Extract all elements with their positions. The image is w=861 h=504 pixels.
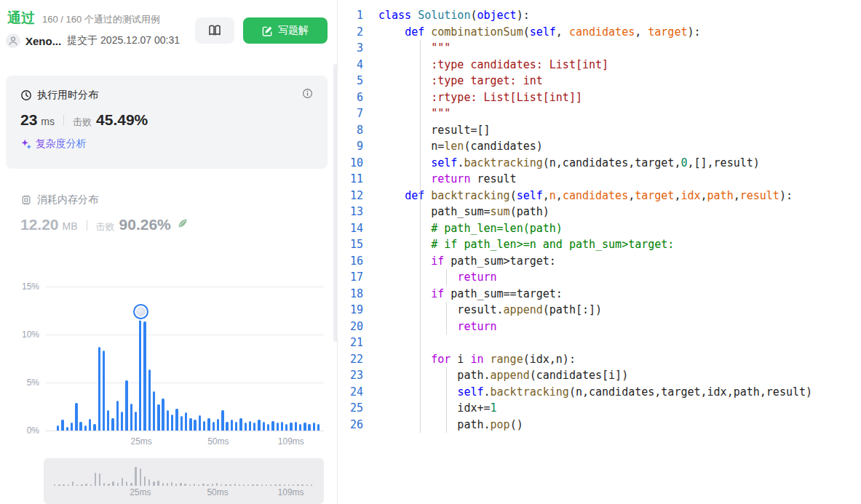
line-number: 14 — [342, 220, 378, 237]
code-text: self.backtracking(n,candidates,target,0,… — [378, 155, 760, 172]
histogram-bar[interactable] — [189, 418, 191, 431]
code-text: idx+=1 — [378, 400, 497, 417]
histogram-bar[interactable] — [185, 412, 187, 431]
histogram-bar[interactable] — [153, 391, 155, 431]
y-tick-label: 0% — [3, 425, 39, 436]
histogram-bar[interactable] — [139, 311, 141, 431]
histogram-bar[interactable] — [207, 418, 210, 431]
username[interactable]: Xeno... — [25, 35, 61, 47]
histogram-bar[interactable] — [98, 347, 100, 431]
histogram-bar[interactable] — [299, 424, 301, 431]
runtime-histogram-bars[interactable] — [57, 287, 323, 431]
histogram-bar[interactable] — [175, 409, 178, 431]
histogram-bar[interactable] — [148, 369, 151, 431]
line-number: 5 — [342, 73, 378, 89]
histogram-bar[interactable] — [277, 423, 279, 431]
histogram-bar[interactable] — [253, 423, 255, 431]
histogram-bar[interactable] — [93, 424, 95, 431]
histogram-bar[interactable] — [143, 321, 146, 431]
histogram-bar[interactable] — [135, 412, 137, 431]
line-number: 12 — [342, 188, 378, 204]
memory-card-header: 消耗内存分布 — [20, 193, 313, 207]
brush-bar — [95, 473, 96, 486]
histogram-bar[interactable] — [194, 420, 196, 431]
histogram-bar[interactable] — [107, 410, 109, 431]
brush-bar — [99, 473, 100, 486]
line-number: 20 — [342, 319, 378, 335]
histogram-bar[interactable] — [239, 418, 242, 431]
memory-value: 12.20 — [20, 216, 59, 233]
histogram-bar[interactable] — [130, 404, 132, 431]
histogram-bar[interactable] — [285, 424, 287, 431]
histogram-bar[interactable] — [125, 380, 127, 431]
histogram-bar[interactable] — [249, 421, 251, 431]
brush-bar — [76, 484, 78, 486]
brush-bar — [225, 484, 226, 486]
histogram-bar[interactable] — [295, 422, 297, 431]
code-line[interactable]: 2 def combinationSum(self, candidates, t… — [342, 24, 861, 41]
code-line[interactable]: 1class Solution(object): — [342, 7, 861, 24]
histogram-bar[interactable] — [180, 416, 183, 431]
histogram-bar[interactable] — [171, 415, 173, 431]
histogram-bar[interactable] — [290, 423, 292, 431]
code-text: path.pop() — [378, 417, 523, 433]
y-tick-label: 5% — [3, 377, 39, 388]
histogram-bar[interactable] — [317, 424, 320, 431]
histogram-bar[interactable] — [89, 419, 91, 431]
solutions-book-button[interactable] — [195, 17, 234, 44]
code-text: if path_sum==target: — [378, 286, 563, 303]
histogram-bar[interactable] — [217, 419, 219, 431]
histogram-bar[interactable] — [258, 420, 260, 431]
histogram-bar[interactable] — [79, 422, 82, 431]
code-text: result=[] — [378, 122, 491, 139]
code-viewer[interactable]: 1class Solution(object):2 def combinatio… — [342, 0, 861, 504]
brush-bar — [103, 483, 105, 486]
brush-tick-label: 109ms — [274, 487, 309, 497]
histogram-bar[interactable] — [235, 422, 237, 431]
submitter-row: Xeno... 提交于 2025.12.07 00:31 — [6, 33, 180, 48]
histogram-bar[interactable] — [61, 420, 63, 431]
histogram-bar[interactable] — [281, 422, 283, 431]
histogram-bar[interactable] — [167, 410, 169, 431]
brush-bar — [198, 484, 199, 486]
histogram-bar[interactable] — [57, 425, 59, 431]
scrollbar-thumb[interactable] — [333, 64, 338, 342]
histogram-bar[interactable] — [199, 415, 201, 431]
histogram-bar[interactable] — [263, 422, 265, 431]
line-number: 15 — [342, 236, 378, 253]
histogram-bar[interactable] — [203, 421, 205, 431]
histogram-bar[interactable] — [231, 420, 233, 431]
histogram-bar[interactable] — [271, 421, 274, 431]
histogram-bar[interactable] — [121, 412, 123, 431]
info-icon[interactable] — [302, 88, 313, 102]
histogram-bar[interactable] — [308, 424, 310, 431]
histogram-bar[interactable] — [116, 401, 119, 431]
write-solution-button[interactable]: 写题解 — [243, 17, 328, 44]
histogram-bar[interactable] — [313, 423, 315, 431]
histogram-bar[interactable] — [303, 423, 306, 431]
line-number: 4 — [342, 57, 378, 73]
runtime-card[interactable]: 执行用时分布 23 ms 击败 45.49% 复杂度分析 — [6, 76, 328, 169]
brush-tick-label: 25ms — [123, 487, 158, 497]
histogram-bar[interactable] — [66, 427, 68, 431]
user-marker[interactable] — [133, 304, 148, 319]
histogram-bar[interactable] — [111, 418, 114, 431]
complexity-analysis-link[interactable]: 复杂度分析 — [20, 137, 87, 151]
histogram-bar[interactable] — [221, 410, 223, 431]
chart-brush[interactable]: 25ms50ms109ms — [44, 458, 324, 504]
histogram-bar[interactable] — [75, 403, 77, 431]
histogram-bar[interactable] — [71, 423, 73, 431]
histogram-bar[interactable] — [267, 424, 269, 431]
memory-card[interactable]: 消耗内存分布 12.20 MB 击败 90.26% — [6, 186, 328, 253]
brush-bar — [130, 483, 132, 486]
histogram-bar[interactable] — [226, 422, 228, 431]
code-text: """ — [378, 40, 451, 57]
histogram-bar[interactable] — [213, 422, 215, 431]
histogram-bar[interactable] — [157, 404, 159, 431]
histogram-bar[interactable] — [84, 425, 87, 431]
histogram-bar[interactable] — [245, 423, 247, 431]
runtime-beats-label: 击败 — [73, 116, 92, 129]
memory-unit: MB — [63, 220, 78, 232]
histogram-bar[interactable] — [103, 351, 105, 431]
histogram-bar[interactable] — [162, 399, 164, 431]
